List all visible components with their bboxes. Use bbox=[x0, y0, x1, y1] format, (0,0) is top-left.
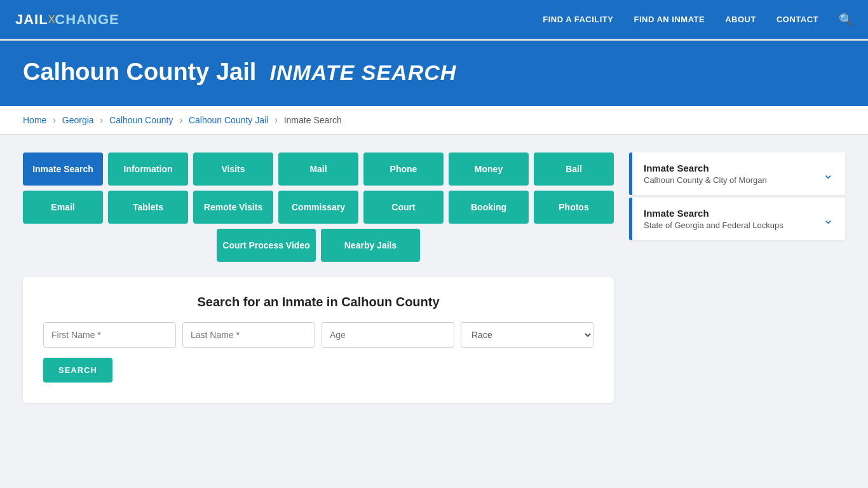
nav-about[interactable]: ABOUT bbox=[725, 15, 756, 24]
sidebar-card-1-subtitle: Calhoun County & City of Morgan bbox=[644, 175, 767, 185]
last-name-input[interactable] bbox=[182, 322, 315, 348]
breadcrumb-home[interactable]: Home bbox=[23, 115, 46, 125]
breadcrumb-sep-2: › bbox=[100, 115, 104, 125]
navbar: JAIL X CHANGE FIND A FACILITY FIND AN IN… bbox=[0, 0, 868, 41]
hero-title-main: Calhoun County Jail bbox=[23, 58, 256, 85]
main-content: Inmate Search Information Visits Mail Ph… bbox=[0, 135, 868, 426]
tab-court-process-video[interactable]: Court Process Video bbox=[217, 229, 316, 262]
logo-exchange-text: CHANGE bbox=[55, 11, 119, 28]
tab-booking[interactable]: Booking bbox=[449, 191, 529, 224]
sidebar-card-1[interactable]: Inmate Search Calhoun County & City of M… bbox=[629, 152, 845, 195]
tabs-row3: Court Process Video Nearby Jails bbox=[23, 229, 614, 262]
breadcrumb: Home › Georgia › Calhoun County › Calhou… bbox=[0, 106, 868, 135]
sidebar-card-2-subtitle: State of Georgia and Federal Lockups bbox=[644, 220, 783, 230]
tab-nearby-jails[interactable]: Nearby Jails bbox=[321, 229, 420, 262]
breadcrumb-sep-3: › bbox=[179, 115, 182, 125]
search-icon[interactable]: 🔍 bbox=[839, 13, 853, 27]
left-column: Inmate Search Information Visits Mail Ph… bbox=[23, 152, 614, 403]
logo[interactable]: JAIL X CHANGE bbox=[15, 11, 119, 28]
sidebar-card-2-title: Inmate Search bbox=[644, 208, 783, 219]
logo-jail-text: JAIL bbox=[15, 11, 48, 28]
first-name-input[interactable] bbox=[43, 322, 176, 348]
tab-photos[interactable]: Photos bbox=[534, 191, 614, 224]
navbar-links: FIND A FACILITY FIND AN INMATE ABOUT CON… bbox=[543, 13, 853, 27]
breadcrumb-calhoun-jail[interactable]: Calhoun County Jail bbox=[189, 115, 268, 125]
race-select[interactable]: Race White Black Hispanic Asian Other bbox=[461, 322, 593, 348]
sidebar-chevron-1: ⌄ bbox=[823, 166, 834, 182]
hero-banner: Calhoun County Jail INMATE SEARCH bbox=[0, 41, 868, 106]
sidebar-card-2[interactable]: Inmate Search State of Georgia and Feder… bbox=[629, 198, 845, 240]
tab-information[interactable]: Information bbox=[108, 152, 188, 186]
tab-remote-visits[interactable]: Remote Visits bbox=[193, 191, 273, 224]
breadcrumb-current: Inmate Search bbox=[284, 115, 342, 125]
tabs-row1: Inmate Search Information Visits Mail Ph… bbox=[23, 152, 614, 186]
nav-find-facility[interactable]: FIND A FACILITY bbox=[543, 15, 613, 24]
sidebar-chevron-2: ⌄ bbox=[823, 212, 834, 227]
logo-x-text: X bbox=[48, 14, 55, 25]
age-input[interactable] bbox=[322, 322, 454, 348]
nav-find-inmate[interactable]: FIND AN INMATE bbox=[634, 15, 705, 24]
hero-subtitle: INMATE SEARCH bbox=[269, 60, 456, 85]
search-fields: Race White Black Hispanic Asian Other bbox=[43, 322, 593, 348]
tab-visits[interactable]: Visits bbox=[193, 152, 273, 186]
hero-title: Calhoun County Jail INMATE SEARCH bbox=[23, 58, 845, 86]
sidebar-card-1-title: Inmate Search bbox=[644, 163, 767, 173]
nav-contact[interactable]: CONTACT bbox=[776, 15, 818, 24]
tab-tablets[interactable]: Tablets bbox=[108, 191, 188, 224]
tab-email[interactable]: Email bbox=[23, 191, 103, 224]
breadcrumb-calhoun-county[interactable]: Calhoun County bbox=[109, 115, 173, 125]
breadcrumb-sep-4: › bbox=[275, 115, 278, 125]
tab-inmate-search[interactable]: Inmate Search bbox=[23, 152, 103, 186]
search-box: Search for an Inmate in Calhoun County R… bbox=[23, 277, 614, 403]
tab-mail[interactable]: Mail bbox=[278, 152, 358, 186]
tab-court[interactable]: Court bbox=[363, 191, 444, 224]
tab-bail[interactable]: Bail bbox=[534, 152, 614, 186]
tab-money[interactable]: Money bbox=[449, 152, 529, 186]
tabs-row2: Email Tablets Remote Visits Commissary C… bbox=[23, 191, 614, 224]
right-sidebar: Inmate Search Calhoun County & City of M… bbox=[629, 152, 845, 240]
tab-commissary[interactable]: Commissary bbox=[278, 191, 358, 224]
search-button[interactable]: SEARCH bbox=[43, 358, 112, 383]
sidebar-card-2-text: Inmate Search State of Georgia and Feder… bbox=[644, 208, 783, 230]
tab-phone[interactable]: Phone bbox=[363, 152, 444, 186]
sidebar-card-1-text: Inmate Search Calhoun County & City of M… bbox=[644, 163, 767, 185]
search-box-title: Search for an Inmate in Calhoun County bbox=[43, 295, 593, 309]
breadcrumb-sep-1: › bbox=[53, 115, 56, 125]
breadcrumb-georgia[interactable]: Georgia bbox=[62, 115, 94, 125]
